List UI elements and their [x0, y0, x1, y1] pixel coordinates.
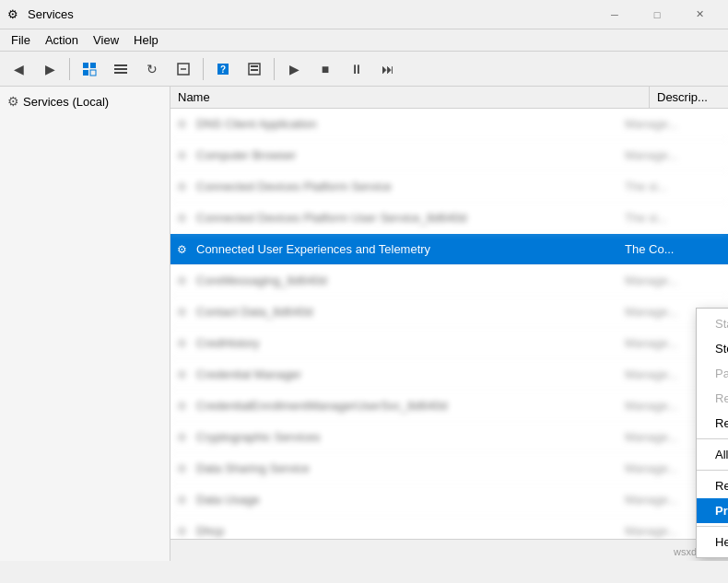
- table-row[interactable]: ⚙ CoreMessaging_8d640d Manage...: [170, 265, 728, 297]
- menu-view[interactable]: View: [86, 29, 126, 52]
- service-icon: ⚙: [170, 422, 193, 453]
- service-icon: ⚙: [170, 297, 193, 328]
- menu-action[interactable]: Action: [38, 29, 86, 52]
- ctx-pause[interactable]: Pause: [697, 361, 728, 386]
- svg-rect-4: [114, 64, 127, 66]
- title-bar-title: Services: [28, 7, 74, 21]
- ctx-resume[interactable]: Resume: [697, 386, 728, 411]
- main-layout: ⚙ Services (Local) Name Descrip... ⚙ DNS…: [0, 87, 728, 561]
- close-button[interactable]: ✕: [678, 0, 721, 29]
- ctx-stop[interactable]: Stop: [697, 336, 728, 361]
- service-icon: ⚙: [170, 453, 193, 484]
- play-button[interactable]: ▶: [279, 55, 309, 83]
- status-bar: [170, 539, 728, 561]
- service-name: Connected Devices Platform User Service_…: [193, 211, 617, 225]
- service-desc: Manage...: [617, 148, 728, 162]
- service-name: Data Usage: [193, 493, 617, 507]
- ctx-refresh[interactable]: Refresh: [697, 473, 728, 498]
- service-name: Cryptographic Services: [193, 430, 617, 444]
- service-name: Computer Browser: [193, 148, 617, 162]
- service-icon: ⚙: [170, 265, 193, 297]
- services-list: ⚙ DNS Client Application Manage... ⚙ Com…: [170, 109, 728, 561]
- forward-button[interactable]: ▶: [35, 55, 65, 83]
- ctx-all-tasks-label: All Tasks: [715, 448, 728, 461]
- gear-icon: ⚙: [7, 94, 19, 109]
- ctx-restart[interactable]: Restart: [697, 411, 728, 436]
- title-bar-icon: ⚙: [7, 7, 22, 22]
- help-icon-button[interactable]: ?: [208, 55, 238, 83]
- svg-rect-2: [83, 70, 88, 76]
- table-row[interactable]: ⚙ Computer Browser Manage...: [170, 140, 728, 171]
- toolbar: ◀ ▶ ↻ ?: [0, 52, 728, 87]
- table-row[interactable]: ⚙ Credential Manager Manage...: [170, 359, 728, 391]
- table-row[interactable]: ⚙ DNS Client Application Manage...: [170, 109, 728, 140]
- show-hide-button[interactable]: [75, 55, 104, 83]
- right-panel: Name Descrip... ⚙ DNS Client Application…: [170, 87, 728, 561]
- svg-rect-12: [251, 65, 258, 67]
- service-name: Connected User Experiences and Telemetry: [193, 242, 617, 256]
- svg-rect-13: [251, 69, 258, 71]
- maximize-button[interactable]: □: [636, 0, 678, 29]
- column-name: Name: [170, 87, 650, 108]
- minimize-button[interactable]: ─: [593, 0, 636, 29]
- table-row[interactable]: ⚙ CredentialEnrollmentManagerUserSvc_8d6…: [170, 391, 728, 422]
- back-button[interactable]: ◀: [4, 55, 33, 83]
- service-icon: ⚙: [170, 328, 193, 359]
- service-icon: ⚙: [170, 171, 193, 203]
- toolbar-separator-3: [274, 58, 275, 80]
- ctx-properties[interactable]: Properties: [697, 498, 728, 523]
- export-button[interactable]: [169, 55, 198, 83]
- services-header: Name Descrip...: [170, 87, 728, 109]
- svg-rect-6: [114, 72, 127, 74]
- service-name: DNS Client Application: [193, 117, 617, 131]
- refresh-button[interactable]: ↻: [137, 55, 167, 83]
- ctx-start[interactable]: Start: [697, 311, 728, 336]
- table-row[interactable]: ⚙ Cryptographic Services Manage...: [170, 422, 728, 453]
- list-view-button[interactable]: [106, 55, 135, 83]
- left-panel: ⚙ Services (Local): [0, 87, 170, 561]
- service-icon: ⚙: [170, 391, 193, 422]
- stop-button[interactable]: ■: [311, 55, 340, 83]
- table-row[interactable]: ⚙ CredHistory Manage...: [170, 328, 728, 359]
- left-panel-header: ⚙ Services (Local): [0, 90, 170, 112]
- toolbar-separator-2: [203, 58, 204, 80]
- service-icon: ⚙: [170, 109, 193, 140]
- service-icon: ⚙: [170, 359, 193, 391]
- ctx-help[interactable]: Help: [697, 530, 728, 554]
- table-row[interactable]: ⚙ Data Sharing Service Manage...: [170, 453, 728, 484]
- table-row[interactable]: ⚙ Data Usage Manage...: [170, 484, 728, 516]
- service-name: CredentialEnrollmentManagerUserSvc_8d640…: [193, 399, 617, 413]
- service-name: CredHistory: [193, 336, 617, 350]
- properties-icon-button[interactable]: [240, 55, 269, 83]
- svg-rect-3: [90, 70, 96, 76]
- service-desc: The si...: [617, 211, 728, 225]
- service-desc: The si...: [617, 180, 728, 193]
- ctx-separator-1: [697, 438, 728, 439]
- svg-text:?: ?: [220, 64, 226, 75]
- svg-rect-1: [90, 63, 96, 68]
- service-name: Connected Devices Platform Service: [193, 180, 617, 193]
- column-description: Descrip...: [650, 87, 728, 108]
- title-bar-controls: ─ □ ✕: [593, 0, 721, 29]
- service-name: CoreMessaging_8d640d: [193, 274, 617, 287]
- service-desc: Manage...: [617, 274, 728, 287]
- service-name: Data Sharing Service: [193, 461, 617, 475]
- service-name: Credential Manager: [193, 367, 617, 381]
- ctx-all-tasks[interactable]: All Tasks ›: [697, 442, 728, 467]
- svg-rect-0: [83, 63, 88, 68]
- menu-bar: File Action View Help: [0, 29, 728, 52]
- menu-help[interactable]: Help: [126, 29, 166, 52]
- service-name: Dhcp: [193, 524, 617, 538]
- table-row[interactable]: ⚙ Connected Devices Platform Service The…: [170, 171, 728, 203]
- table-row[interactable]: ⚙ Contact Data_8d640d Manage...: [170, 297, 728, 328]
- service-icon: ⚙: [170, 140, 193, 171]
- menu-file[interactable]: File: [4, 29, 38, 52]
- table-row[interactable]: ⚙ Connected User Experiences and Telemet…: [170, 234, 728, 265]
- resume-button[interactable]: ⏭: [373, 55, 403, 83]
- pause-button[interactable]: ⏸: [342, 55, 371, 83]
- toolbar-separator-1: [69, 58, 70, 80]
- svg-rect-5: [114, 68, 127, 70]
- service-name: Contact Data_8d640d: [193, 305, 617, 319]
- table-row[interactable]: ⚙ Connected Devices Platform User Servic…: [170, 203, 728, 234]
- title-bar: ⚙ Services ─ □ ✕: [0, 0, 728, 29]
